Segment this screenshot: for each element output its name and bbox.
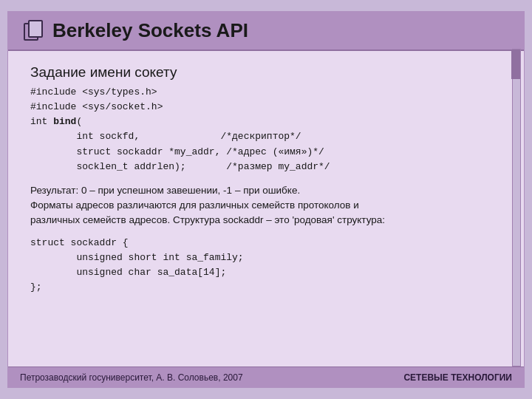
header: Berkeley Sockets API [8,12,524,51]
code-addrlen: socklen_t addrlen); /*размер my_addr*/ [30,161,330,172]
section-title: Задание имени сокету [30,64,502,81]
code-myaddr: struct sockaddr *my_addr, /*адрес («имя»… [30,146,324,157]
footer: Петрозаводский госуниверситет, А. В. Сол… [8,366,524,387]
code-block-2: struct sockaddr { unsigned short int sa_… [30,236,502,296]
code-bind-keyword: bind [53,116,76,127]
prose-line1: Результат: 0 – при успешном завешении, -… [30,185,300,196]
code-block-1: #include <sys/types.h> #include <sys/soc… [30,85,502,174]
footer-course: СЕТЕВЫЕ ТЕХНОЛОГИИ [403,372,512,383]
code-bind-line: int bind( [30,116,82,127]
code-include1: #include <sys/types.h> [30,86,157,98]
content-area: Задание имени сокету #include <sys/types… [8,51,524,311]
prose-line2: Форматы адресов различаются для различны… [30,200,359,211]
document-icon [21,18,47,43]
code-include2: #include <sys/socket.h> [30,101,163,112]
prose-block: Результат: 0 – при успешном завешении, -… [30,183,502,228]
slide: Berkeley Sockets API Задание имени сокет… [7,11,525,388]
slide-title: Berkeley Sockets API [52,19,248,42]
footer-institution: Петрозаводский госуниверситет, А. В. Сол… [20,372,243,383]
scroll-thumb[interactable] [511,50,520,79]
scrollbar[interactable] [512,49,521,366]
code-sockfd: int sockfd, /*дескриптор*/ [30,131,301,142]
svg-rect-1 [29,21,42,37]
prose-line3: различных семейств адресов. Структура so… [30,214,385,225]
